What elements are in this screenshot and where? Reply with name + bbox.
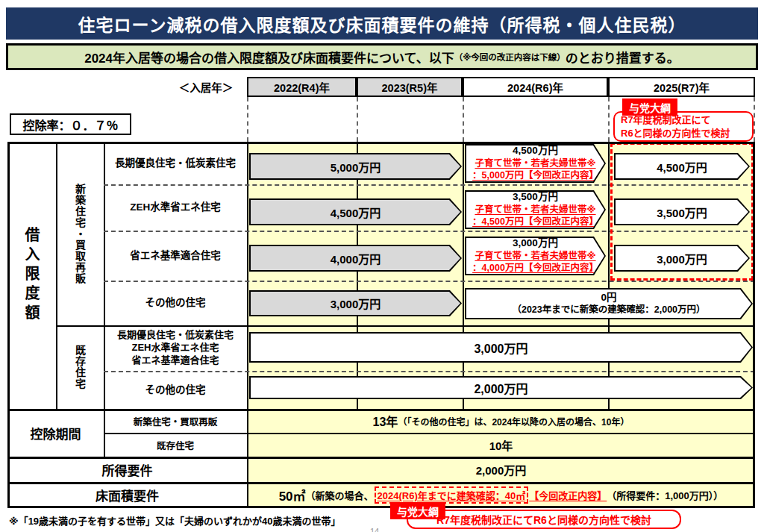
- ruling-party-badge-bottom: 与党大綱: [390, 502, 445, 519]
- year-header-2025: 2025(R7)年: [608, 77, 755, 97]
- column-guide-line: [754, 97, 755, 142]
- subtitle-note: （※今回の改正内容は下線）: [454, 51, 566, 63]
- section-divider: [7, 457, 755, 459]
- arrow-2025-row1: 4,500万円: [614, 153, 750, 180]
- floor-area-amendment-tag: 【今回改正内容】: [529, 488, 607, 502]
- row-label-other-existing: その他の住宅: [104, 371, 247, 409]
- arrow-amount: 2,000万円: [474, 379, 527, 397]
- table-line: [608, 142, 610, 409]
- r7-note-line2: R6と同様の方向性で検討: [621, 127, 752, 140]
- arrow-amount: 4,500万円: [513, 145, 558, 157]
- section-label-floor-area: 床面積要件: [7, 482, 247, 508]
- section-label-deduction-period: 控除期間: [7, 409, 104, 457]
- deduction-rate-box: 控除率：０．７％: [10, 113, 131, 135]
- arrow-2022-row3: 4,000万円: [249, 245, 462, 272]
- period-value-existing: 10年: [247, 433, 755, 457]
- column-guide-line: [463, 97, 464, 142]
- arrow-amendment-line: ：5,000万円【今回改正内容】: [472, 169, 598, 181]
- period-value-note: （「その他の住宅」は、2024年以降の入居の場合、10年）: [398, 415, 629, 428]
- column-guide-line: [608, 97, 610, 142]
- arrow-amendment-line: 子育て世帯・若者夫婦世帯※: [475, 250, 595, 262]
- arrow-2025-row3: 3,000万円: [614, 245, 750, 272]
- floor-area-text: （新築の場合、: [306, 488, 374, 502]
- arrow-amount: 3,500万円: [657, 204, 707, 220]
- arrow-2024-row1: 4,500万円 子育て世帯・若者夫婦世帯※ ：5,000万円【今回改正内容】: [465, 144, 606, 183]
- r7-review-note-top: R7年度税制改正にて R6と同様の方向性で検討: [613, 111, 754, 142]
- arrow-amount: 4,000万円: [331, 251, 381, 266]
- page-title: 住宅ローン減税の借入限度額及び床面積要件の維持（所得税・個人住民税）: [6, 7, 758, 40]
- floor-area-amendment-box: 2024(R6)年までに建築確認：40㎡: [375, 486, 529, 504]
- table-line: [463, 142, 464, 409]
- arrow-existing-quality: 3,000万円: [249, 332, 753, 363]
- arrow-2025-row2: 3,500万円: [614, 198, 750, 225]
- arrow-note: （2023年までに新築の建築確認：2,000万円）: [512, 304, 705, 316]
- row-label-line: 長期優良住宅・低炭素住宅: [117, 329, 234, 342]
- move-in-year-label: ＜入居年＞: [166, 77, 246, 97]
- column-guide-line: [247, 97, 248, 142]
- floor-area-text: （所得要件：1,000万円））: [607, 488, 723, 502]
- group-label-existing: 既存住宅: [56, 325, 104, 409]
- arrow-amount: 3,000万円: [474, 339, 527, 357]
- subtitle-text-post: のとおり措置する。: [566, 48, 680, 66]
- arrow-amount: 5,000万円: [331, 159, 381, 175]
- section-label-borrow-limit: 借入限度額: [7, 142, 56, 409]
- arrow-2022-row2: 4,500万円: [249, 198, 462, 225]
- arrow-2022-row4: 3,000万円: [249, 290, 462, 316]
- section-label-income: 所得要件: [7, 457, 247, 482]
- section-divider: [7, 482, 755, 484]
- arrow-2024-row3: 3,000万円 子育て世帯・若者夫婦世帯※ ：4,000万円【今回改正内容】: [465, 237, 606, 275]
- arrow-amount: 3,500万円: [513, 191, 558, 204]
- arrow-amendment-line: ：4,500万円【今回改正内容】: [472, 216, 598, 228]
- arrow-amendment-line: ：4,000万円【今回改正内容】: [472, 262, 598, 274]
- row-label-existing-quality: 長期優良住宅・低炭素住宅 ZEH水準省エネ住宅 省エネ基準適合住宅: [104, 325, 247, 371]
- column-guide-line: [357, 97, 358, 142]
- period-value-main: 13年: [373, 412, 398, 430]
- row-label-line: ZEH水準省エネ住宅: [131, 342, 219, 354]
- row-label-long-term: 長期優良住宅・低炭素住宅: [104, 142, 247, 184]
- arrow-amount: 3,000万円: [657, 251, 707, 266]
- page: 住宅ローン減税の借入限度額及び床面積要件の維持（所得税・個人住民税） 2024年…: [0, 0, 764, 532]
- period-row-label-new: 新築住宅・買取再販: [104, 409, 247, 433]
- arrow-amendment-line: 子育て世帯・若者夫婦世帯※: [475, 204, 595, 216]
- section-divider: [7, 409, 755, 411]
- period-row-label-existing: 既存住宅: [104, 433, 247, 457]
- subtitle-banner: 2024年入居等の場合の借入限度額及び床面積要件について、以下（※今回の改正内容…: [6, 43, 758, 70]
- arrow-amount: 3,000万円: [513, 237, 558, 250]
- arrow-amount: 4,500万円: [331, 204, 381, 220]
- row-label-energy-std: 省エネ基準適合住宅: [104, 231, 247, 281]
- row-label-line: 省エネ基準適合住宅: [131, 354, 219, 367]
- subtitle-text: 2024年入居等の場合の借入限度額及び床面積要件について、以下: [84, 48, 454, 66]
- arrow-2024-row2: 3,500万円 子育て世帯・若者夫婦世帯※ ：4,500万円【今回改正内容】: [465, 190, 606, 229]
- year-header-2022: 2022(R4)年: [247, 77, 357, 97]
- row-label-zeh: ZEH水準省エネ住宅: [104, 184, 247, 231]
- floor-area-main: 50㎡: [279, 486, 306, 504]
- income-value: 2,000万円: [247, 457, 755, 482]
- arrow-amount: 3,000万円: [331, 295, 381, 311]
- arrow-2022-row1: 5,000万円: [249, 153, 462, 180]
- ruling-party-badge-top: 与党大綱: [622, 98, 677, 116]
- arrow-amount: 4,500万円: [657, 159, 707, 175]
- table-line: [357, 142, 358, 409]
- floor-area-value: 50㎡ （新築の場合、 2024(R6)年までに建築確認：40㎡ 【今回改正内容…: [247, 482, 755, 508]
- arrow-existing-other: 2,000万円: [249, 376, 753, 399]
- page-number: 14: [370, 527, 379, 532]
- arrow-amount: 0円: [601, 292, 616, 304]
- group-label-new-build: 新築住宅・買取再販: [56, 142, 104, 325]
- arrow-2024-2025-other: 0円 （2023年までに新築の建築確認：2,000万円）: [465, 288, 753, 319]
- year-header-2023: 2023(R5)年: [357, 77, 463, 97]
- arrow-amendment-line: 子育て世帯・若者夫婦世帯※: [475, 157, 595, 169]
- footnote: ※「19歳未満の子を有する世帯」又は「夫婦のいずれかが40歳未満の世帯」: [9, 513, 341, 528]
- period-value-new: 13年（「その他の住宅」は、2024年以降の入居の場合、10年）: [247, 409, 755, 433]
- year-header-2024: 2024(R6)年: [463, 77, 608, 97]
- r7-review-note-bottom: R7年度税制改正にてR6と同様の方向性で検討: [407, 510, 681, 529]
- row-label-other-new: その他の住宅: [104, 281, 247, 325]
